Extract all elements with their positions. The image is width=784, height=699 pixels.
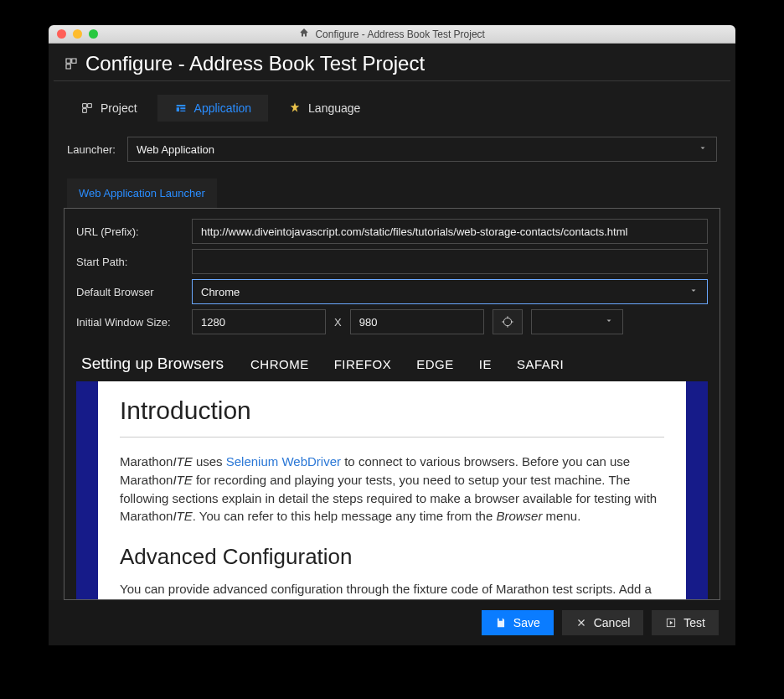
cancel-button-label: Cancel: [594, 616, 631, 629]
browser-tab-chrome[interactable]: CHROME: [250, 357, 309, 371]
save-button-label: Save: [513, 616, 540, 629]
doc-subheading: Advanced Configuration: [120, 544, 664, 570]
test-button-label: Test: [683, 616, 705, 629]
configure-icon: [64, 56, 79, 71]
detect-size-button[interactable]: [493, 309, 523, 334]
test-button[interactable]: Test: [652, 610, 719, 635]
browser-tab-edge[interactable]: EDGE: [416, 357, 454, 371]
preset-size-select[interactable]: [531, 309, 623, 334]
doc-advanced-paragraph: You can provide advanced configuration t…: [120, 580, 664, 598]
launcher-select[interactable]: Web Application: [127, 137, 717, 162]
dialog-footer: Save Cancel Test: [49, 600, 735, 645]
start-path-label: Start Path:: [76, 256, 183, 268]
target-icon: [501, 315, 514, 329]
cancel-button[interactable]: Cancel: [562, 610, 644, 635]
page-title-text: Configure - Address Book Test Project: [85, 52, 425, 75]
titlebar-title: Configure - Address Book Test Project: [49, 28, 735, 40]
application-icon: [174, 101, 188, 115]
height-input[interactable]: [350, 309, 484, 334]
doc-container: Introduction MarathonITE uses Selenium W…: [76, 381, 708, 599]
tab-application-label: Application: [194, 101, 252, 115]
language-icon: [288, 101, 302, 115]
start-path-input-field[interactable]: [201, 256, 699, 268]
start-path-input[interactable]: [192, 249, 708, 274]
browser-tab-safari[interactable]: SAFARI: [517, 357, 564, 371]
url-label: URL (Prefix):: [76, 225, 183, 238]
chevron-down-icon: [698, 143, 708, 156]
save-button[interactable]: Save: [482, 610, 554, 635]
content: Configure - Address Book Test Project Pr…: [49, 44, 735, 645]
tab-language-label: Language: [308, 101, 360, 115]
play-icon: [665, 617, 677, 629]
launcher-row: Launcher: Web Application: [49, 122, 735, 168]
doc-heading: Introduction: [120, 396, 664, 425]
browser-band-heading: Setting up Browsers: [81, 355, 224, 373]
zoom-window-button[interactable]: [89, 29, 98, 39]
launcher-select-value: Web Application: [137, 143, 214, 156]
browser-tab-ie[interactable]: IE: [479, 357, 492, 371]
window-size-label: Initial Window Size:: [76, 316, 183, 329]
default-browser-label: Default Browser: [76, 286, 183, 298]
tab-project-label: Project: [101, 101, 137, 115]
url-input-field[interactable]: [201, 225, 699, 238]
launcher-panel: URL (Prefix): Start Path: Default Browse…: [64, 208, 720, 600]
svg-point-0: [503, 318, 511, 325]
launcher-subtab-row: Web Application Launcher: [49, 168, 735, 208]
close-window-button[interactable]: [57, 29, 66, 39]
tab-language[interactable]: Language: [271, 95, 377, 122]
default-browser-value: Chrome: [201, 286, 240, 298]
tab-project[interactable]: Project: [64, 95, 154, 122]
launcher-subtab[interactable]: Web Application Launcher: [67, 179, 217, 208]
main-tabs: Project Application Language: [49, 81, 735, 122]
browser-help-tabs: Setting up Browsers CHROME FIREFOX EDGE …: [76, 350, 708, 381]
launcher-form: URL (Prefix): Start Path: Default Browse…: [76, 219, 708, 334]
launcher-subtab-label: Web Application Launcher: [79, 187, 205, 199]
default-browser-select[interactable]: Chrome: [192, 279, 708, 304]
help-document: Introduction MarathonITE uses Selenium W…: [98, 381, 686, 599]
app-icon: [299, 28, 309, 40]
traffic-lights: [49, 29, 98, 39]
height-input-field[interactable]: [359, 316, 475, 329]
configure-window: Configure - Address Book Test Project Co…: [49, 25, 735, 645]
close-icon: [575, 617, 587, 629]
window-size-row: X: [192, 309, 708, 334]
save-icon: [495, 617, 507, 629]
doc-intro-paragraph: MarathonITE uses Selenium WebDriver to c…: [120, 453, 664, 526]
doc-divider: [120, 437, 664, 438]
width-input[interactable]: [192, 309, 326, 334]
width-input-field[interactable]: [201, 316, 317, 329]
minimize-window-button[interactable]: [73, 29, 82, 39]
browser-tab-firefox[interactable]: FIREFOX: [334, 357, 392, 371]
titlebar-text: Configure - Address Book Test Project: [315, 28, 485, 40]
size-separator: X: [334, 316, 342, 329]
chevron-down-icon: [604, 316, 614, 329]
chevron-down-icon: [689, 286, 699, 298]
page-title: Configure - Address Book Test Project: [54, 44, 730, 81]
url-input[interactable]: [192, 219, 708, 244]
project-icon: [80, 101, 94, 115]
tab-application[interactable]: Application: [157, 95, 269, 122]
window-titlebar: Configure - Address Book Test Project: [49, 25, 735, 44]
selenium-link[interactable]: Selenium WebDriver: [226, 454, 341, 469]
launcher-label: Launcher:: [67, 143, 119, 156]
